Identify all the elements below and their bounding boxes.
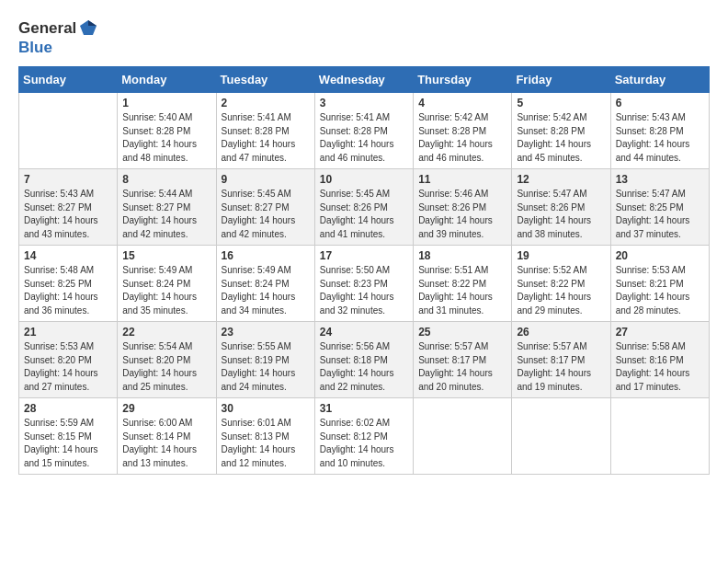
calendar-cell: 4Sunrise: 5:42 AM Sunset: 8:28 PM Daylig… [414,93,512,169]
day-info: Sunrise: 6:01 AM Sunset: 8:13 PM Dayligh… [222,417,310,470]
weekday-header-saturday: Saturday [610,67,709,93]
weekday-header-thursday: Thursday [414,67,512,93]
calendar-cell: 24Sunrise: 5:56 AM Sunset: 8:18 PM Dayli… [314,322,413,398]
day-number: 28 [24,402,112,415]
calendar-header-row: SundayMondayTuesdayWednesdayThursdayFrid… [19,67,710,93]
day-info: Sunrise: 5:42 AM Sunset: 8:28 PM Dayligh… [418,111,506,165]
day-number: 14 [24,249,112,262]
day-info: Sunrise: 5:46 AM Sunset: 8:26 PM Dayligh… [418,188,506,241]
day-info: Sunrise: 5:53 AM Sunset: 8:20 PM Dayligh… [24,340,112,394]
calendar-cell: 20Sunrise: 5:53 AM Sunset: 8:21 PM Dayli… [610,246,709,322]
calendar-cell [414,398,512,475]
day-info: Sunrise: 5:45 AM Sunset: 8:26 PM Dayligh… [320,188,408,241]
calendar-cell: 29Sunrise: 6:00 AM Sunset: 8:14 PM Dayli… [118,398,216,475]
weekday-header-sunday: Sunday [19,67,118,93]
calendar-cell: 12Sunrise: 5:47 AM Sunset: 8:26 PM Dayli… [512,169,610,246]
day-number: 5 [517,97,605,109]
day-number: 23 [222,326,310,339]
calendar-cell: 6Sunrise: 5:43 AM Sunset: 8:28 PM Daylig… [610,93,709,169]
day-info: Sunrise: 5:50 AM Sunset: 8:23 PM Dayligh… [320,264,408,317]
calendar-cell: 21Sunrise: 5:53 AM Sunset: 8:20 PM Dayli… [19,322,118,398]
day-info: Sunrise: 5:42 AM Sunset: 8:28 PM Dayligh… [517,111,605,165]
calendar-cell: 18Sunrise: 5:51 AM Sunset: 8:22 PM Dayli… [414,246,512,322]
calendar-cell: 25Sunrise: 5:57 AM Sunset: 8:17 PM Dayli… [414,322,512,398]
day-number: 7 [24,173,112,186]
day-number: 15 [122,249,210,262]
day-number: 30 [222,402,310,415]
weekday-header-friday: Friday [512,67,610,93]
logo-flag-icon [78,18,98,39]
calendar-cell: 9Sunrise: 5:45 AM Sunset: 8:27 PM Daylig… [216,169,314,246]
day-info: Sunrise: 5:55 AM Sunset: 8:19 PM Dayligh… [222,340,310,394]
day-number: 11 [418,173,506,186]
day-number: 27 [616,326,704,339]
day-info: Sunrise: 5:44 AM Sunset: 8:27 PM Dayligh… [122,188,210,241]
header: General Blue [18,18,710,57]
calendar-cell: 11Sunrise: 5:46 AM Sunset: 8:26 PM Dayli… [414,169,512,246]
calendar-cell: 5Sunrise: 5:42 AM Sunset: 8:28 PM Daylig… [512,93,610,169]
day-info: Sunrise: 5:47 AM Sunset: 8:25 PM Dayligh… [616,188,704,241]
day-info: Sunrise: 5:49 AM Sunset: 8:24 PM Dayligh… [222,264,310,317]
day-number: 8 [122,173,210,186]
calendar-cell [610,398,709,475]
logo-general-text: General [18,19,76,38]
weekday-header-tuesday: Tuesday [216,67,314,93]
day-info: Sunrise: 5:43 AM Sunset: 8:28 PM Dayligh… [616,111,704,165]
calendar-cell: 3Sunrise: 5:41 AM Sunset: 8:28 PM Daylig… [314,93,413,169]
calendar-cell: 2Sunrise: 5:41 AM Sunset: 8:28 PM Daylig… [216,93,314,169]
day-number: 29 [122,402,210,415]
day-number: 31 [320,402,408,415]
day-info: Sunrise: 5:56 AM Sunset: 8:18 PM Dayligh… [320,340,408,394]
day-number: 20 [616,249,704,262]
calendar-cell: 30Sunrise: 6:01 AM Sunset: 8:13 PM Dayli… [216,398,314,475]
day-number: 26 [517,326,605,339]
calendar-cell: 16Sunrise: 5:49 AM Sunset: 8:24 PM Dayli… [216,246,314,322]
logo: General Blue [18,18,98,57]
day-info: Sunrise: 5:51 AM Sunset: 8:22 PM Dayligh… [418,264,506,317]
day-info: Sunrise: 5:48 AM Sunset: 8:25 PM Dayligh… [24,264,112,317]
day-info: Sunrise: 5:47 AM Sunset: 8:26 PM Dayligh… [517,188,605,241]
day-number: 24 [320,326,408,339]
calendar-cell [512,398,610,475]
calendar-table: SundayMondayTuesdayWednesdayThursdayFrid… [18,66,710,475]
calendar-cell: 19Sunrise: 5:52 AM Sunset: 8:22 PM Dayli… [512,246,610,322]
day-info: Sunrise: 5:57 AM Sunset: 8:17 PM Dayligh… [517,340,605,394]
day-info: Sunrise: 5:45 AM Sunset: 8:27 PM Dayligh… [222,188,310,241]
day-info: Sunrise: 6:02 AM Sunset: 8:12 PM Dayligh… [320,417,408,470]
logo-blue-text: Blue [18,39,52,56]
day-number: 1 [122,97,210,109]
day-info: Sunrise: 5:59 AM Sunset: 8:15 PM Dayligh… [24,417,112,470]
calendar-cell: 23Sunrise: 5:55 AM Sunset: 8:19 PM Dayli… [216,322,314,398]
day-number: 25 [418,326,506,339]
calendar-week-row: 21Sunrise: 5:53 AM Sunset: 8:20 PM Dayli… [19,322,710,398]
day-number: 19 [517,249,605,262]
calendar-week-row: 14Sunrise: 5:48 AM Sunset: 8:25 PM Dayli… [19,246,710,322]
day-number: 4 [418,97,506,109]
day-info: Sunrise: 5:58 AM Sunset: 8:16 PM Dayligh… [616,340,704,394]
day-number: 10 [320,173,408,186]
day-info: Sunrise: 5:57 AM Sunset: 8:17 PM Dayligh… [418,340,506,394]
day-info: Sunrise: 5:43 AM Sunset: 8:27 PM Dayligh… [24,188,112,241]
calendar-week-row: 7Sunrise: 5:43 AM Sunset: 8:27 PM Daylig… [19,169,710,246]
day-info: Sunrise: 6:00 AM Sunset: 8:14 PM Dayligh… [122,417,210,470]
day-number: 12 [517,173,605,186]
calendar-cell: 27Sunrise: 5:58 AM Sunset: 8:16 PM Dayli… [610,322,709,398]
day-info: Sunrise: 5:54 AM Sunset: 8:20 PM Dayligh… [122,340,210,394]
calendar-cell: 7Sunrise: 5:43 AM Sunset: 8:27 PM Daylig… [19,169,118,246]
calendar-cell: 28Sunrise: 5:59 AM Sunset: 8:15 PM Dayli… [19,398,118,475]
day-number: 2 [222,97,310,109]
calendar-cell: 10Sunrise: 5:45 AM Sunset: 8:26 PM Dayli… [314,169,413,246]
day-number: 18 [418,249,506,262]
day-info: Sunrise: 5:49 AM Sunset: 8:24 PM Dayligh… [122,264,210,317]
day-info: Sunrise: 5:53 AM Sunset: 8:21 PM Dayligh… [616,264,704,317]
weekday-header-monday: Monday [118,67,216,93]
day-info: Sunrise: 5:41 AM Sunset: 8:28 PM Dayligh… [320,111,408,165]
calendar-cell: 22Sunrise: 5:54 AM Sunset: 8:20 PM Dayli… [118,322,216,398]
day-number: 21 [24,326,112,339]
page: General Blue SundayMondayTuesdayWednesda… [0,0,728,488]
day-number: 9 [222,173,310,186]
day-number: 22 [122,326,210,339]
day-number: 6 [616,97,704,109]
calendar-cell: 26Sunrise: 5:57 AM Sunset: 8:17 PM Dayli… [512,322,610,398]
day-number: 13 [616,173,704,186]
